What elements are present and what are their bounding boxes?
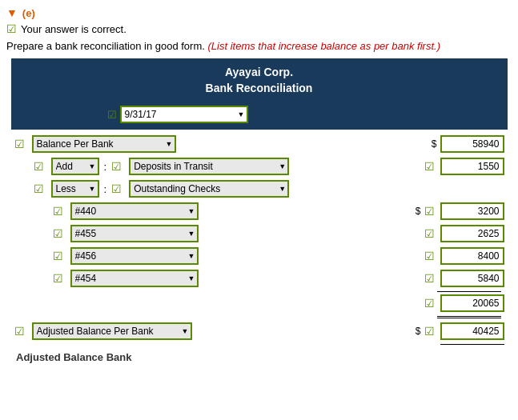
part-label: (e) bbox=[22, 7, 35, 19]
instruction-italic: (List items that increase balance as per… bbox=[208, 40, 440, 52]
check456-amount: 8400 bbox=[440, 247, 504, 265]
deposits-amount: 1550 bbox=[440, 158, 504, 175]
check440-select[interactable]: #440 bbox=[70, 202, 199, 220]
outstanding-checkbox[interactable]: ☑ bbox=[111, 182, 124, 195]
check454-select[interactable]: #454 bbox=[70, 270, 199, 287]
check454-amount: 5840 bbox=[440, 270, 504, 287]
check455-select[interactable]: #455 bbox=[70, 225, 199, 242]
deposits-select[interactable]: Deposits in Transit bbox=[129, 158, 289, 175]
check440-amount: 3200 bbox=[440, 202, 504, 220]
correct-message: Your answer is correct. bbox=[21, 23, 126, 35]
check455-amount: 2625 bbox=[440, 225, 504, 242]
adjusted-balance-select[interactable]: Adjusted Balance Per Bank bbox=[32, 322, 192, 340]
dollar-sign-440: $ bbox=[416, 206, 421, 217]
dollar-sign-adj: $ bbox=[416, 326, 421, 337]
adjusted-amount-checkbox[interactable]: ☑ bbox=[424, 325, 437, 338]
date-select[interactable]: 9/31/17 bbox=[120, 106, 248, 123]
balance-bank-checkbox[interactable]: ☑ bbox=[14, 138, 27, 150]
deposits-checkbox-right[interactable]: ☑ bbox=[424, 160, 437, 173]
subtotal-checkbox[interactable]: ☑ bbox=[424, 297, 437, 310]
check440-checkbox-right[interactable]: ☑ bbox=[424, 205, 437, 218]
deposits-checkbox[interactable]: ☑ bbox=[111, 160, 124, 173]
check454-checkbox-right[interactable]: ☑ bbox=[424, 272, 437, 285]
check456-select[interactable]: #456 bbox=[70, 247, 199, 265]
adjusted-balance-checkbox[interactable]: ☑ bbox=[14, 325, 27, 338]
subtotal-amount: 20065 bbox=[440, 294, 504, 312]
bottom-label: Adjusted Balance Bank bbox=[16, 351, 132, 363]
instruction-text: Prepare a bank reconciliation in good fo… bbox=[6, 40, 205, 52]
less-checkbox[interactable]: ☑ bbox=[34, 182, 46, 195]
colon-1: : bbox=[104, 161, 107, 173]
colon-2: : bbox=[104, 183, 107, 195]
check456-checkbox[interactable]: ☑ bbox=[53, 250, 66, 262]
check455-checkbox-right[interactable]: ☑ bbox=[424, 227, 437, 240]
dollar-sign-1: $ bbox=[432, 138, 437, 150]
less-select[interactable]: Less bbox=[51, 180, 99, 198]
adjusted-balance-amount: 40425 bbox=[440, 322, 504, 340]
check454-checkbox[interactable]: ☑ bbox=[53, 272, 66, 285]
outstanding-select[interactable]: Outstanding Checks bbox=[129, 180, 289, 198]
check455-checkbox[interactable]: ☑ bbox=[53, 227, 66, 240]
checkmark-icon: ☑ bbox=[6, 22, 17, 35]
recon-header: Ayayai Corp. Bank Reconciliation bbox=[11, 58, 508, 102]
balance-per-bank-select[interactable]: Balance Per Bank bbox=[32, 135, 176, 153]
check456-checkbox-right[interactable]: ☑ bbox=[424, 250, 437, 262]
balance-per-bank-amount: 58940 bbox=[440, 135, 504, 153]
add-checkbox[interactable]: ☑ bbox=[34, 160, 46, 173]
date-checkbox[interactable]: ☑ bbox=[107, 109, 117, 121]
add-select[interactable]: Add bbox=[51, 158, 99, 175]
check440-checkbox[interactable]: ☑ bbox=[53, 205, 66, 218]
